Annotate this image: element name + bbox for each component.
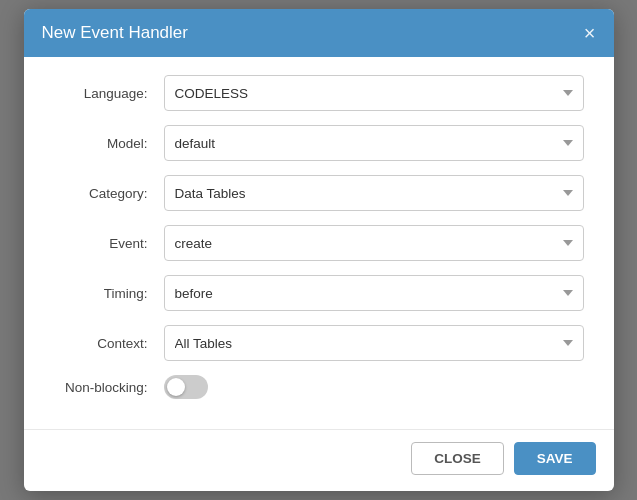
modal-title: New Event Handler — [42, 23, 188, 43]
select-model[interactable]: default — [164, 125, 584, 161]
label-language: Language: — [54, 86, 164, 101]
form-row-model: Model:default — [54, 125, 584, 161]
toggle-thumb — [167, 378, 185, 396]
select-category[interactable]: Data Tables — [164, 175, 584, 211]
modal-body: Language:CODELESSJavaScriptPythonModel:d… — [24, 57, 614, 423]
select-language[interactable]: CODELESSJavaScriptPython — [164, 75, 584, 111]
label-context: Context: — [54, 336, 164, 351]
label-nonblocking: Non-blocking: — [54, 380, 164, 395]
select-event[interactable]: createupdatedelete — [164, 225, 584, 261]
modal-footer: CLOSE SAVE — [24, 429, 614, 491]
form-row-event: Event:createupdatedelete — [54, 225, 584, 261]
toggle-nonblocking[interactable] — [164, 375, 208, 399]
modal-overlay: New Event Handler × Language:CODELESSJav… — [0, 0, 637, 500]
form-row-nonblocking: Non-blocking: — [54, 375, 584, 399]
toggle-track — [164, 375, 208, 399]
form-row-language: Language:CODELESSJavaScriptPython — [54, 75, 584, 111]
close-button[interactable]: CLOSE — [411, 442, 504, 475]
label-category: Category: — [54, 186, 164, 201]
label-model: Model: — [54, 136, 164, 151]
modal-dialog: New Event Handler × Language:CODELESSJav… — [24, 9, 614, 491]
modal-close-icon-button[interactable]: × — [584, 23, 596, 43]
select-context[interactable]: All Tables — [164, 325, 584, 361]
label-timing: Timing: — [54, 286, 164, 301]
form-row-timing: Timing:beforeafter — [54, 275, 584, 311]
form-row-category: Category:Data Tables — [54, 175, 584, 211]
modal-header: New Event Handler × — [24, 9, 614, 57]
form-row-context: Context:All Tables — [54, 325, 584, 361]
save-button[interactable]: SAVE — [514, 442, 596, 475]
select-timing[interactable]: beforeafter — [164, 275, 584, 311]
label-event: Event: — [54, 236, 164, 251]
